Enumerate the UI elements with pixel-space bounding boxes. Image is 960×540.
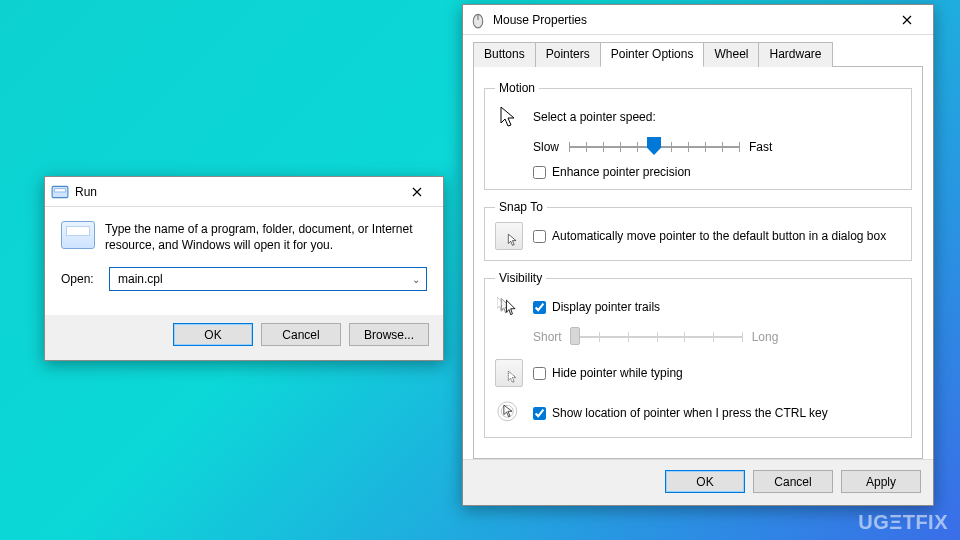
tab-wheel[interactable]: Wheel bbox=[703, 42, 759, 67]
mp-tabs: Buttons Pointers Pointer Options Wheel H… bbox=[473, 41, 923, 67]
run-browse-button[interactable]: Browse... bbox=[349, 323, 429, 346]
open-label: Open: bbox=[61, 272, 99, 286]
pointer-speed-slider[interactable] bbox=[569, 137, 739, 157]
snap-to-legend: Snap To bbox=[495, 200, 547, 214]
snap-to-icon bbox=[495, 222, 523, 250]
visibility-legend: Visibility bbox=[495, 271, 546, 285]
open-input[interactable] bbox=[116, 271, 412, 287]
tab-hardware[interactable]: Hardware bbox=[758, 42, 832, 67]
ctrl-locate-icon bbox=[495, 399, 523, 427]
ctrl-locate-label: Show location of pointer when I press th… bbox=[552, 406, 828, 420]
pointer-trails-slider[interactable] bbox=[572, 327, 742, 347]
watermark: UGΞTFIX bbox=[858, 511, 948, 534]
close-icon bbox=[412, 187, 422, 197]
snap-to-checkbox[interactable] bbox=[533, 230, 546, 243]
long-label: Long bbox=[752, 330, 779, 344]
run-app-icon bbox=[51, 183, 69, 201]
snap-to-group: Snap To Automatically move pointer to th… bbox=[484, 200, 912, 261]
mp-ok-button[interactable]: OK bbox=[665, 470, 745, 493]
mouse-icon bbox=[469, 11, 487, 29]
hide-pointer-checkbox[interactable] bbox=[533, 367, 546, 380]
snap-to-label: Automatically move pointer to the defaul… bbox=[552, 229, 886, 243]
enhance-precision-label: Enhance pointer precision bbox=[552, 165, 691, 179]
run-close-button[interactable] bbox=[397, 178, 437, 206]
fast-label: Fast bbox=[749, 140, 772, 154]
pointer-trails-checkbox[interactable] bbox=[533, 301, 546, 314]
hide-pointer-label: Hide pointer while typing bbox=[552, 366, 683, 380]
open-combobox[interactable]: ⌄ bbox=[109, 267, 427, 291]
short-label: Short bbox=[533, 330, 562, 344]
select-speed-label: Select a pointer speed: bbox=[533, 110, 656, 124]
mp-titlebar[interactable]: Mouse Properties bbox=[463, 5, 933, 35]
svg-rect-1 bbox=[54, 188, 65, 191]
run-title: Run bbox=[75, 185, 397, 199]
visibility-group: Visibility Display pointer trails Short bbox=[484, 271, 912, 438]
motion-group: Motion Select a pointer speed: Slow Fast bbox=[484, 81, 912, 190]
mp-apply-button[interactable]: Apply bbox=[841, 470, 921, 493]
close-icon bbox=[902, 15, 912, 25]
run-dialog: Run Type the name of a program, folder, … bbox=[44, 176, 444, 361]
enhance-precision-checkbox[interactable] bbox=[533, 166, 546, 179]
chevron-down-icon[interactable]: ⌄ bbox=[412, 274, 420, 285]
mp-title: Mouse Properties bbox=[493, 13, 887, 27]
hide-pointer-icon bbox=[495, 359, 523, 387]
run-cancel-button[interactable]: Cancel bbox=[261, 323, 341, 346]
motion-legend: Motion bbox=[495, 81, 539, 95]
mouse-properties-dialog: Mouse Properties Buttons Pointers Pointe… bbox=[462, 4, 934, 506]
run-program-icon bbox=[61, 221, 95, 249]
mp-close-button[interactable] bbox=[887, 6, 927, 34]
tab-pointers[interactable]: Pointers bbox=[535, 42, 601, 67]
pointer-trails-icon bbox=[495, 293, 523, 321]
mp-cancel-button[interactable]: Cancel bbox=[753, 470, 833, 493]
ctrl-locate-checkbox[interactable] bbox=[533, 407, 546, 420]
run-description: Type the name of a program, folder, docu… bbox=[105, 221, 427, 253]
tab-buttons[interactable]: Buttons bbox=[473, 42, 536, 67]
run-titlebar[interactable]: Run bbox=[45, 177, 443, 207]
tab-pointer-options[interactable]: Pointer Options bbox=[600, 42, 705, 67]
cursor-icon bbox=[495, 103, 523, 131]
run-ok-button[interactable]: OK bbox=[173, 323, 253, 346]
pointer-trails-label: Display pointer trails bbox=[552, 300, 660, 314]
tab-content: Motion Select a pointer speed: Slow Fast bbox=[473, 67, 923, 459]
slow-label: Slow bbox=[533, 140, 559, 154]
